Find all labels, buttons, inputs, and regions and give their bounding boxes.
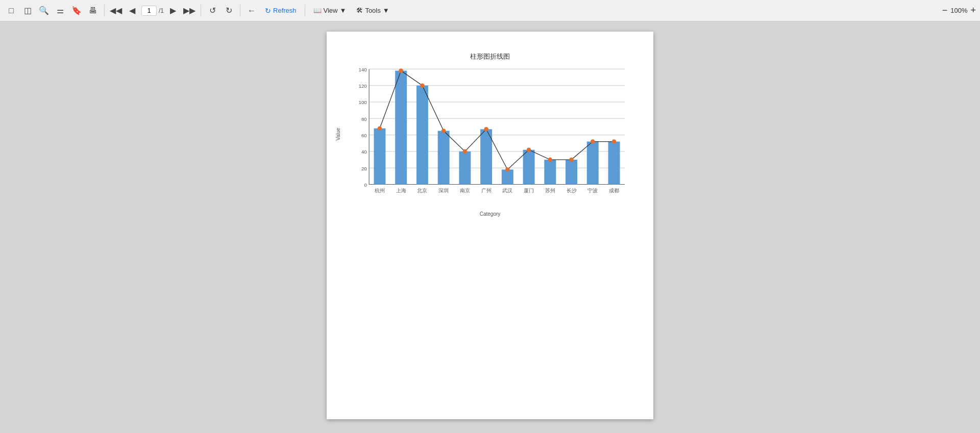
svg-text:深圳: 深圳: [438, 188, 449, 193]
bookmarks-icon[interactable]: 🔖: [69, 4, 84, 18]
svg-point-33: [442, 129, 446, 133]
svg-rect-27: [566, 160, 577, 184]
svg-text:北京: 北京: [417, 188, 427, 193]
svg-text:苏州: 苏州: [545, 188, 555, 193]
history-back-icon[interactable]: ↺: [205, 4, 219, 18]
svg-text:100: 100: [359, 99, 368, 105]
svg-text:长沙: 长沙: [567, 188, 577, 193]
svg-text:140: 140: [359, 67, 368, 72]
svg-point-32: [420, 83, 425, 88]
separator-2: [201, 5, 201, 17]
refresh-icon: ↻: [265, 7, 271, 15]
first-page-icon[interactable]: ◀◀: [109, 4, 123, 18]
zoom-level: 100%: [950, 7, 967, 14]
zoom-controls: − 100% +: [942, 5, 976, 16]
history-forward-icon[interactable]: ↻: [222, 4, 236, 18]
page-total: /1: [159, 7, 164, 14]
view-label: View: [324, 7, 338, 14]
tools-button[interactable]: 🛠 Tools ▼: [352, 5, 393, 16]
svg-point-35: [484, 127, 488, 132]
tools-label: Tools: [365, 7, 380, 14]
view-chevron-icon: ▼: [340, 7, 347, 14]
thumbnails-icon[interactable]: ⚌: [53, 4, 67, 18]
svg-rect-20: [416, 86, 428, 185]
page-input[interactable]: [141, 6, 157, 16]
svg-text:80: 80: [361, 116, 367, 122]
svg-rect-22: [459, 151, 471, 185]
svg-text:宁波: 宁波: [587, 188, 598, 193]
svg-text:120: 120: [359, 83, 368, 89]
svg-rect-18: [374, 129, 385, 185]
svg-text:20: 20: [361, 166, 367, 171]
tools-icon: 🛠: [356, 7, 363, 14]
svg-rect-28: [587, 142, 599, 185]
refresh-label: Refresh: [273, 7, 297, 14]
panel-icon[interactable]: ◫: [20, 4, 35, 18]
svg-text:武汉: 武汉: [502, 188, 512, 193]
refresh-button[interactable]: ↻ Refresh: [261, 5, 301, 17]
sidebar-toggle-icon[interactable]: □: [4, 4, 18, 18]
separator-4: [305, 5, 305, 17]
svg-rect-29: [608, 142, 620, 185]
svg-rect-25: [523, 150, 535, 185]
paper: 柱形图折线图 Value 020406080100120140杭州上海北京深圳南…: [327, 32, 653, 419]
svg-point-30: [378, 126, 382, 131]
search-icon[interactable]: 🔍: [37, 4, 51, 18]
svg-point-39: [569, 158, 574, 162]
svg-point-40: [591, 139, 595, 144]
svg-text:40: 40: [361, 149, 367, 155]
chart-area: Value 020406080100120140杭州上海北京深圳南京广州武汉厦门…: [347, 66, 633, 209]
separator-3: [240, 5, 240, 17]
next-page-icon[interactable]: ▶: [166, 4, 180, 18]
back-icon[interactable]: ←: [244, 4, 259, 18]
svg-text:南京: 南京: [460, 188, 470, 193]
svg-text:60: 60: [361, 133, 367, 138]
svg-text:0: 0: [364, 182, 367, 188]
svg-text:杭州: 杭州: [374, 188, 385, 193]
last-page-icon[interactable]: ▶▶: [182, 4, 197, 18]
chart-svg: 020406080100120140杭州上海北京深圳南京广州武汉厦门苏州长沙宁波…: [347, 66, 633, 209]
svg-text:成都: 成都: [609, 188, 619, 193]
svg-text:厦门: 厦门: [524, 188, 534, 193]
zoom-in-icon[interactable]: +: [970, 5, 976, 16]
svg-rect-19: [395, 71, 407, 185]
chart-container: 柱形图折线图 Value 020406080100120140杭州上海北京深圳南…: [347, 52, 633, 215]
tools-chevron-icon: ▼: [383, 7, 389, 14]
zoom-out-icon[interactable]: −: [942, 5, 948, 16]
y-axis-label: Value: [335, 128, 341, 141]
svg-rect-26: [544, 160, 556, 184]
prev-page-icon[interactable]: ◀: [125, 4, 139, 18]
chart-title: 柱形图折线图: [347, 52, 633, 61]
x-axis-label: Category: [347, 211, 633, 217]
print-icon[interactable]: 🖶: [86, 4, 100, 18]
view-button[interactable]: 📖 View ▼: [309, 5, 351, 16]
svg-point-34: [463, 149, 468, 154]
svg-point-41: [612, 139, 617, 144]
main-area: 柱形图折线图 Value 020406080100120140杭州上海北京深圳南…: [0, 21, 980, 433]
svg-point-38: [548, 158, 552, 162]
svg-point-31: [399, 68, 403, 73]
toolbar: □ ◫ 🔍 ⚌ 🔖 🖶 ◀◀ ◀ /1 ▶ ▶▶ ↺ ↻ ← ↻ Refresh…: [0, 0, 980, 21]
svg-rect-21: [438, 131, 450, 185]
svg-point-37: [527, 147, 531, 152]
view-book-icon: 📖: [313, 7, 322, 14]
svg-text:上海: 上海: [396, 188, 406, 193]
svg-point-36: [505, 167, 510, 172]
svg-text:广州: 广州: [481, 188, 492, 193]
separator-1: [104, 5, 105, 17]
svg-rect-24: [502, 169, 513, 184]
